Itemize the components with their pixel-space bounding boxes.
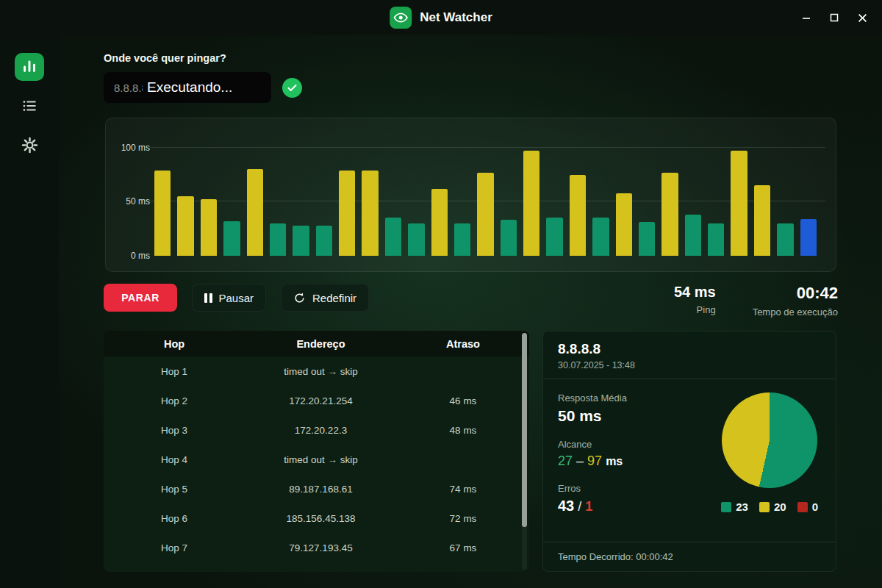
chart-bar (546, 218, 562, 256)
chart-bar (408, 223, 424, 256)
col-delay: Atraso (397, 338, 529, 350)
table-row: Hop 2172.20.21.25446 ms (104, 386, 529, 415)
ping-question-label: Onde você quer pingar? (104, 52, 226, 64)
legend-swatch (759, 502, 770, 512)
reset-icon (293, 292, 306, 304)
avg-response-label: Resposta Média (558, 392, 627, 404)
chart-bar (247, 169, 263, 256)
pause-button[interactable]: Pausar (192, 284, 266, 312)
app-logo-icon (390, 7, 412, 29)
ping-value: 54 ms (674, 284, 716, 301)
sidebar-item-list[interactable] (15, 93, 44, 121)
stop-button[interactable]: PARAR (104, 284, 177, 312)
chart-bar (616, 193, 632, 256)
errors-label: Erros (558, 483, 627, 494)
runtime-stat: 00:42 Tempo de execução (753, 284, 838, 318)
chart-bar (800, 219, 817, 256)
chart-bar (293, 226, 309, 256)
chart-bar (362, 171, 378, 256)
bar-chart-icon (21, 58, 37, 76)
hops-table-body: Hop 1timed out → skipHop 2172.20.21.2544… (104, 356, 529, 572)
gear-icon (21, 137, 38, 156)
sidebar (0, 35, 59, 588)
chart-bar (201, 199, 217, 256)
table-scrollbar[interactable] (522, 333, 527, 570)
table-row: Hop 3172.20.22.348 ms (104, 415, 529, 445)
col-hop: Hop (104, 338, 245, 350)
close-button[interactable] (850, 6, 875, 29)
chart-bar (662, 173, 678, 256)
chart-bar (477, 173, 493, 256)
minimize-button[interactable] (794, 6, 819, 29)
sidebar-item-monitor[interactable] (15, 53, 44, 81)
main-content: Onde você quer pingar? 8.8.8.8 Executand… (59, 35, 882, 588)
pause-button-label: Pausar (219, 292, 254, 304)
running-status-label: Executando... (143, 72, 237, 103)
success-check-icon (282, 78, 302, 98)
chart-bar (592, 218, 609, 256)
scrollbar-thumb[interactable] (522, 333, 527, 527)
legend-item: 23 (721, 501, 748, 513)
chart-bar (639, 222, 655, 256)
legend-item: 20 (759, 501, 786, 513)
pie-chart (722, 392, 817, 488)
chart-bar (685, 215, 701, 256)
chart-bar (385, 218, 401, 256)
chart-bar (177, 196, 193, 256)
y-tick-100: 100 ms (115, 143, 150, 153)
errors-value: 43 / 1 (558, 498, 627, 514)
table-row: Hop 4timed out → skip (104, 445, 529, 474)
table-row: Hop 589.187.168.6174 ms (104, 474, 529, 503)
reset-button-label: Redefinir (312, 292, 356, 304)
chart-bar (777, 223, 793, 256)
chart-bar (708, 223, 724, 256)
bar-chart-bars (154, 137, 817, 256)
chart-bar (523, 151, 539, 256)
chart-bar (154, 171, 171, 256)
y-tick-0: 0 ms (115, 251, 150, 261)
chart-bar (270, 223, 286, 256)
legend-swatch (797, 502, 808, 512)
summary-card: 8.8.8.8 30.07.2025 - 13:48 Resposta Médi… (542, 331, 836, 572)
host-input[interactable]: 8.8.8.8 Executando... (104, 72, 271, 103)
legend-swatch (721, 502, 731, 512)
sidebar-item-settings[interactable] (15, 132, 44, 160)
latency-chart-panel: 100 ms 50 ms 0 ms (105, 118, 836, 272)
titlebar: Net Watcher (0, 0, 882, 35)
list-icon (21, 98, 37, 116)
col-address: Endereço (245, 338, 397, 350)
y-tick-50: 50 ms (115, 196, 150, 207)
ping-stat: 54 ms Ping (674, 284, 716, 318)
chart-bar (731, 151, 747, 256)
maximize-button[interactable] (822, 6, 847, 29)
table-row: Hop 845.142.120.169 ms (104, 562, 529, 572)
chart-bar (223, 221, 240, 256)
target-host: 8.8.8.8 (558, 341, 821, 357)
chart-bar (754, 185, 770, 256)
legend-item: 0 (797, 501, 818, 513)
range-label: Alcance (558, 439, 627, 450)
hops-table: Hop Endereço Atraso Hop 1timed out → ski… (104, 331, 529, 572)
ping-label: Ping (674, 304, 716, 315)
chart-bar (339, 171, 355, 256)
reset-button[interactable]: Redefinir (281, 284, 369, 312)
hops-table-header: Hop Endereço Atraso (104, 331, 529, 356)
run-date: 30.07.2025 - 13:48 (558, 360, 821, 370)
table-row: Hop 779.127.193.4567 ms (104, 533, 529, 562)
table-row: Hop 1timed out → skip (104, 356, 529, 386)
avg-response-value: 50 ms (558, 407, 627, 425)
window-title: Net Watcher (420, 10, 492, 25)
pie-legend: 23200 (721, 501, 818, 513)
chart-bar (454, 223, 470, 256)
chart-bar (316, 226, 332, 256)
table-row: Hop 6185.156.45.13872 ms (104, 503, 529, 533)
pause-icon (204, 293, 212, 303)
chart-bar (431, 189, 448, 256)
elapsed-time: Tempo Decorrido: 00:00:42 (543, 542, 836, 571)
range-value: 27 – 97 ms (558, 453, 627, 469)
chart-bar (501, 220, 517, 256)
runtime-label: Tempo de execução (753, 306, 838, 318)
chart-bar (570, 175, 586, 256)
runtime-value: 00:42 (753, 284, 838, 303)
